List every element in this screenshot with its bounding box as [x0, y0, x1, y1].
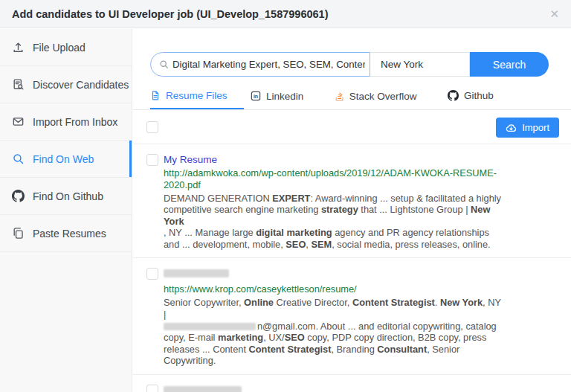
- sidebar-item-label: Find On Web: [33, 153, 94, 165]
- sidebar-item-find-on-web[interactable]: Find On Web: [0, 141, 132, 178]
- sidebar-item-find-on-github[interactable]: Find On Github: [0, 178, 132, 215]
- results-list: My Resume http://adamkwoka.com/wp-conten…: [133, 144, 571, 392]
- sidebar-item-file-upload[interactable]: File Upload: [0, 29, 132, 66]
- location-input[interactable]: [370, 59, 469, 70]
- sidebar-item-label: Import From Inbox: [33, 116, 117, 128]
- tab-label: Github: [464, 90, 494, 101]
- search-bar: Search: [150, 52, 549, 77]
- resume-file-icon: [150, 90, 161, 101]
- import-button-label: Import: [522, 122, 549, 133]
- search-button[interactable]: Search: [470, 52, 549, 77]
- location-input-box: [370, 52, 470, 77]
- import-button[interactable]: Import: [496, 118, 559, 138]
- sidebar-item-label: Discover Candidates: [33, 79, 129, 91]
- tab-linkedin[interactable]: in Linkedin: [251, 85, 303, 110]
- upload-icon: [12, 41, 25, 54]
- search-icon: [159, 60, 169, 69]
- github-icon: [12, 190, 25, 202]
- sidebar-item-label: File Upload: [33, 42, 86, 54]
- result-checkbox[interactable]: [146, 385, 158, 392]
- linkedin-icon: in: [251, 91, 261, 101]
- keyword-search-input[interactable]: [151, 59, 370, 70]
- select-all-checkbox[interactable]: [146, 121, 158, 133]
- result-checkbox[interactable]: [146, 154, 158, 166]
- keyword-input-box: [150, 52, 370, 77]
- envelope-icon: [12, 115, 25, 128]
- result-row: My Resume http://adamkwoka.com/wp-conten…: [133, 144, 571, 259]
- redacted-result-title: [164, 386, 242, 392]
- document-search-icon: [12, 78, 25, 91]
- page-title: Add candidates to UI Developer job (UI_D…: [12, 8, 328, 20]
- modal-header: Add candidates to UI Developer job (UI_D…: [0, 0, 571, 28]
- redacted-text: [164, 323, 256, 330]
- stackoverflow-icon: [335, 91, 344, 101]
- result-content: My Resume http://adamkwoka.com/wp-conten…: [164, 152, 504, 251]
- tab-github[interactable]: Github: [448, 84, 494, 109]
- source-tabs: Resume Files in Linkedin Stack Overflow: [133, 84, 571, 110]
- result-url: https://www.krop.com/caseykettleson/resu…: [164, 283, 504, 295]
- sidebar-item-label: Paste Resumes: [33, 228, 106, 240]
- sidebar-item-label: Find On Github: [33, 190, 103, 202]
- result-content: https://www.raememg.com/s/CV-2019-wh5d.p…: [164, 383, 504, 392]
- sidebar-item-paste-resumes[interactable]: Paste Resumes: [0, 215, 132, 252]
- sidebar: File Upload Discover Candidates Import F…: [0, 29, 132, 392]
- tab-label: Resume Files: [166, 90, 228, 101]
- result-snippet: Senior Copywriter, Online Creative Direc…: [164, 297, 504, 367]
- tab-stack-overflow[interactable]: Stack Overflow: [335, 85, 417, 110]
- clipboard-icon: [12, 227, 25, 240]
- result-checkbox[interactable]: [146, 268, 158, 280]
- result-title-link[interactable]: My Resume: [164, 153, 217, 166]
- search-icon: [12, 152, 25, 165]
- close-icon[interactable]: ✕: [549, 8, 559, 19]
- cloud-import-icon: [506, 123, 517, 132]
- result-row: https://www.krop.com/caseykettleson/resu…: [133, 258, 571, 375]
- result-content: https://www.krop.com/caseykettleson/resu…: [164, 266, 504, 367]
- sidebar-item-discover-candidates[interactable]: Discover Candidates: [0, 66, 132, 103]
- result-row: https://www.raememg.com/s/CV-2019-wh5d.p…: [133, 375, 571, 392]
- import-toolbar: Import: [133, 110, 571, 138]
- tab-label: Linkedin: [266, 91, 303, 102]
- tab-resume-files[interactable]: Resume Files: [150, 84, 244, 109]
- tab-label: Stack Overflow: [349, 91, 417, 102]
- redacted-result-title: [164, 269, 229, 277]
- svg-text:in: in: [254, 94, 258, 99]
- github-icon: [448, 90, 459, 101]
- main-panel: Search Resume Files in Linkedin: [133, 29, 571, 392]
- result-snippet: DEMAND GENERATION EXPERT: Award-winning …: [164, 193, 504, 251]
- sidebar-item-import-from-inbox[interactable]: Import From Inbox: [0, 103, 132, 141]
- result-url: http://adamkwoka.com/wp-content/uploads/…: [164, 167, 504, 191]
